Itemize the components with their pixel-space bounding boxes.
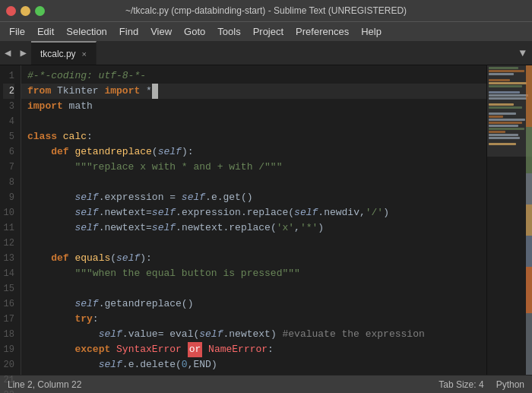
tab-close-button[interactable]: ×	[82, 49, 87, 59]
minimize-button[interactable]	[21, 6, 30, 16]
code-line-21: self .e.insert( 0 , 'Invalid Input!' )	[21, 372, 486, 375]
line-num-5: 5	[3, 129, 14, 144]
minimap-colorstrip	[526, 65, 532, 375]
line-num-7: 7	[3, 160, 14, 175]
line-num-20: 20	[3, 357, 14, 372]
window-controls	[6, 6, 45, 16]
code-line-16: self .getandreplace()	[21, 296, 486, 312]
menu-find[interactable]: Find	[113, 24, 144, 40]
menubar: File Edit Selection Find View Goto Tools…	[0, 21, 532, 41]
menu-file[interactable]: File	[3, 24, 31, 40]
code-line-15	[21, 281, 486, 296]
code-line-10: self .newtext= self .expression.replace(…	[21, 205, 486, 220]
line-num-17: 17	[3, 312, 14, 327]
line-num-4: 4	[3, 114, 14, 129]
code-line-12	[21, 236, 486, 251]
tab-dropdown-button[interactable]: ▼	[514, 47, 532, 59]
tab-forward-button[interactable]: ▶	[15, 41, 30, 65]
tab-label: tkcalc.py	[40, 49, 76, 59]
line-num-6: 6	[3, 144, 14, 160]
line-num-14: 14	[3, 266, 14, 281]
close-button[interactable]	[6, 6, 16, 16]
status-position: Line 2, Column 22	[8, 379, 439, 390]
line-numbers: 1 2 3 4 5 6 7 8 9 10 11 12 13 14 15 16 1…	[0, 65, 21, 375]
code-line-14: """when the equal button is pressed"""	[21, 266, 486, 281]
code-line-13: def equals ( self ):	[21, 251, 486, 266]
code-line-8	[21, 175, 486, 190]
line-num-13: 13	[3, 251, 14, 266]
titlebar: ~/tkcalc.py (cmp-databinding-start) - Su…	[0, 0, 532, 21]
code-line-20: self .e.delete( 0 ,END)	[21, 357, 486, 372]
tabbar: ◀ ▶ tkcalc.py × ▼	[0, 41, 532, 65]
tab-tkcalc[interactable]: tkcalc.py ×	[31, 41, 97, 65]
editor-container: 1 2 3 4 5 6 7 8 9 10 11 12 13 14 15 16 1…	[0, 65, 532, 375]
code-line-3: import math	[21, 99, 486, 114]
menu-edit[interactable]: Edit	[31, 24, 60, 40]
line-num-2: 2	[3, 84, 14, 99]
line-num-19: 19	[3, 342, 14, 357]
status-right: Tab Size: 4 Python	[439, 379, 524, 390]
menu-goto[interactable]: Goto	[178, 24, 211, 40]
line-num-11: 11	[3, 220, 14, 236]
line-num-18: 18	[3, 327, 14, 342]
menu-help[interactable]: Help	[355, 24, 388, 40]
maximize-button[interactable]	[35, 6, 45, 16]
code-line-2: from Tkinter import *	[21, 84, 486, 99]
status-language[interactable]: Python	[496, 379, 524, 390]
code-line-18: self .value= eval( self .newtext) #evalu…	[21, 327, 486, 342]
minimap[interactable]	[486, 65, 532, 375]
line-num-9: 9	[3, 190, 14, 205]
line-num-8: 8	[3, 175, 14, 190]
status-tab-size[interactable]: Tab Size: 4	[439, 379, 483, 390]
menu-preferences[interactable]: Preferences	[290, 24, 355, 40]
line-num-3: 3	[3, 99, 14, 114]
tab-back-button[interactable]: ◀	[0, 41, 15, 65]
line-num-10: 10	[3, 205, 14, 220]
code-line-5: class calc :	[21, 129, 486, 144]
code-line-1: #-*-coding: utf-8-*-	[21, 68, 486, 84]
code-line-7: """replace x with * and + with /"""	[21, 160, 486, 175]
code-line-6: def getandreplace ( self ):	[21, 144, 486, 160]
statusbar: Line 2, Column 22 Tab Size: 4 Python	[0, 375, 532, 393]
code-line-17: try :	[21, 312, 486, 327]
menu-project[interactable]: Project	[247, 24, 290, 40]
code-line-19: except SyntaxError or NameErrror :	[21, 342, 486, 357]
menu-view[interactable]: View	[144, 24, 178, 40]
code-line-11: self .newtext= self .newtext.replace( 'x…	[21, 220, 486, 236]
line-num-15: 15	[3, 281, 14, 296]
line-num-12: 12	[3, 236, 14, 251]
window-title: ~/tkcalc.py (cmp-databinding-start) - Su…	[125, 5, 407, 16]
menu-selection[interactable]: Selection	[60, 24, 112, 40]
menu-tools[interactable]: Tools	[211, 24, 246, 40]
code-editor[interactable]: #-*-coding: utf-8-*- from Tkinter import…	[21, 65, 486, 375]
line-num-16: 16	[3, 296, 14, 312]
code-line-4	[21, 114, 486, 129]
line-num-1: 1	[3, 68, 14, 84]
code-line-9: self .expression = self .e.get()	[21, 190, 486, 205]
